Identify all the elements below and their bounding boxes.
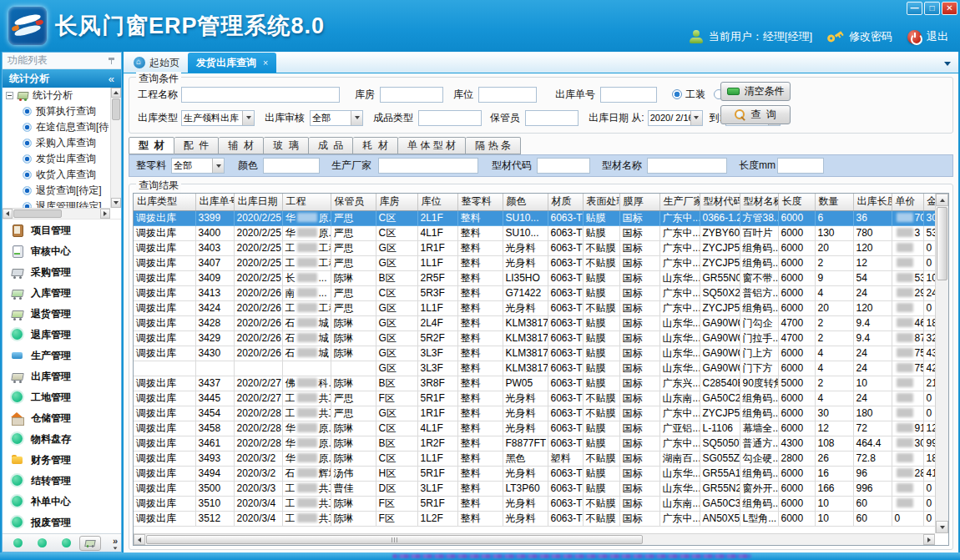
length-input[interactable] [777,158,824,174]
column-header[interactable]: 型材代码 [700,194,740,210]
table-row[interactable]: 调拨出库34372020/2/27佛科...陈琳B区3R8F整料PW056063… [134,376,946,391]
column-header[interactable]: 库位 [417,194,457,210]
date-from-select[interactable]: 2020/ 2/16 [648,110,703,126]
column-header[interactable]: 数量 [815,194,853,210]
material-tab[interactable]: 耗 材 [353,137,398,154]
location-input[interactable] [478,87,537,103]
order-no-input[interactable] [600,87,657,103]
profile-name-input[interactable] [647,158,727,174]
sidebar-item-项目管理[interactable]: 项目管理 [11,220,121,240]
product-type-input[interactable] [418,110,482,126]
column-header[interactable]: 工程 [282,194,331,210]
overflow-button[interactable]: » [113,537,118,550]
column-header[interactable]: 单价 [892,194,923,210]
table-row[interactable]: 调拨出库34942020/3/2石辉城汤伟H区5R1F整料光身料6063-T5贴… [134,466,946,481]
collapse-icon[interactable]: « [109,73,114,85]
tab-close-icon[interactable]: × [263,58,268,68]
column-header[interactable]: 型材名称 [740,194,778,210]
minimize-button[interactable]: — [907,2,922,15]
table-row[interactable]: 调拨出库34452020/2/27工共工程严思F区5R1F整料光身料6063-T… [134,391,946,406]
sidebar-item-报废管理[interactable]: 报废管理 [11,512,121,532]
sidebar-item-生产管理[interactable]: 生产管理 [11,346,121,366]
table-row[interactable]: 调拨出库34932020/3/2华原...陈琳C区1L1F整料黑色塑料不贴膜国标… [134,451,946,466]
scroll-thumb[interactable] [937,207,947,280]
table-row[interactable]: 调拨出库34582020/2/28华原...陈琳C区4L1F整料光身料6063-… [134,421,946,436]
project-name-input[interactable] [181,87,340,103]
tree-root[interactable]: 统计分析 [3,88,121,103]
color-input[interactable] [263,158,320,174]
sidebar-item-退货管理[interactable]: 退货管理 [11,304,121,324]
table-row[interactable]: 调拨出库34612020/2/28华原...陈琳B区1R2F整料F8877FT6… [134,436,946,451]
sidebar-item-入库管理[interactable]: 入库管理 [11,283,121,303]
table-row[interactable]: G区3L3F整料KLM38176063-T5贴膜国标山东华...GA90WO9.… [134,361,946,376]
pin-icon[interactable] [109,57,116,65]
tree-item[interactable]: 预算执行查询 [3,103,121,119]
table-row[interactable]: 调拨出库34002020/2/25华原...严思C区4L1F整料SU10...6… [134,225,946,240]
column-header[interactable]: 生产厂家 [659,194,700,210]
sidebar-group-header[interactable]: 统计分析 « [3,69,121,88]
warehouse-input[interactable] [380,87,443,103]
table-row[interactable]: 调拨出库33992020/2/25华原...严思C区2L1F整料SU10...6… [134,210,946,225]
table-row[interactable]: 调拨出库34302020/2/26石城陈琳G区3L3F整料KLM38176063… [134,346,946,361]
tree-horizontal-scrollbar[interactable] [3,208,110,219]
tree-item[interactable]: 退货查询[待定] [3,183,121,199]
search-button[interactable]: 查 询 [720,105,791,124]
column-header[interactable]: 整零料 [457,194,503,210]
radio-gongzhuang[interactable]: 工装 [672,88,705,102]
table-row[interactable]: 调拨出库35102020/3/4工共工程陈琳F区5R1F整料光身料6063-T5… [134,496,946,511]
tree-item[interactable]: 发货出库查询 [3,151,121,167]
column-header[interactable]: 出库长度 [853,194,892,210]
scroll-up-icon[interactable] [936,194,948,206]
column-header[interactable]: 材质 [548,194,583,210]
logout-link[interactable]: 退出 [927,29,948,44]
tree-vertical-scrollbar[interactable] [110,88,121,208]
table-row[interactable]: 调拨出库34072020/2/25工工程严思G区1L1F整料光身料6063-T5… [134,255,946,270]
sidebar-item-物料盘存[interactable]: 物料盘存 [11,429,121,449]
scroll-left-icon[interactable] [134,534,145,545]
tabbar-dropdown-icon[interactable] [944,62,951,66]
material-tab[interactable]: 型 材 [129,137,174,154]
scroll-right-icon[interactable] [923,534,935,545]
sidebar-item-审核中心[interactable]: 审核中心 [11,241,121,261]
sidebar-item-财务管理[interactable]: 财务管理 [11,450,121,470]
table-row[interactable]: 调拨出库34542020/2/28工共工程严思G区1R1F整料光身料6063-T… [134,406,946,421]
keeper-input[interactable] [525,110,579,126]
tab-home[interactable]: 起始页 [125,53,188,73]
green-dot-icon[interactable] [38,538,47,547]
scroll-down-icon[interactable] [111,198,121,208]
material-tab[interactable]: 配 件 [174,137,220,154]
scroll-thumb[interactable] [13,209,62,218]
table-row[interactable]: 调拨出库34292020/2/26石城陈琳G区5R2F整料KLM38176063… [134,330,946,346]
sidebar-item-结转管理[interactable]: 结转管理 [11,471,121,491]
manufacturer-input[interactable] [378,158,478,174]
sidebar-item-退库管理[interactable]: 退库管理 [11,325,121,345]
tree-item[interactable]: 在途信息查询[待 [3,119,121,135]
sidebar-item-补单中心[interactable]: 补单中心 [11,492,121,512]
tree-item[interactable]: 收货入库查询 [3,167,121,183]
table-row[interactable]: 调拨出库34132020/2/26南...严思C区5R3F整料G71422606… [134,285,946,300]
scroll-left-icon[interactable] [3,209,13,219]
table-row[interactable]: 调拨出库34032020/2/25工工程严思G区1R1F整料光身料6063-T5… [134,240,946,255]
column-header[interactable]: 表面处理 [583,194,619,210]
tree-item[interactable]: 采购入库查询 [3,135,121,151]
grid-horizontal-scrollbar[interactable] [134,533,935,545]
column-header[interactable]: 保管员 [331,194,376,210]
column-header[interactable]: 出库类型 [134,194,195,210]
scroll-thumb[interactable] [112,98,120,120]
close-button[interactable]: ✕ [942,2,957,15]
table-row[interactable]: 调拨出库34092020/2/25长...陈琳B区2R5F整料LI35HO606… [134,270,946,285]
tree-expander-icon[interactable] [6,92,13,99]
column-header[interactable]: 库房 [376,194,417,210]
column-header[interactable]: 出库单号 [195,194,234,210]
grid-vertical-scrollbar[interactable] [935,194,948,533]
cart-button[interactable] [79,536,101,551]
table-row[interactable]: 调拨出库34282020/2/26石城陈琳G区2L4F整料KLM38176063… [134,315,946,330]
material-tab[interactable]: 辅 材 [219,137,264,154]
sidebar-item-仓储管理[interactable]: 仓储管理 [11,408,121,428]
column-header[interactable]: 颜色 [503,194,548,210]
maximize-button[interactable]: □ [924,2,940,15]
part-select[interactable]: 全部 [171,158,225,174]
sidebar-item-工地管理[interactable]: 工地管理 [11,387,121,407]
scroll-down-icon[interactable] [936,521,948,533]
clear-conditions-button[interactable]: 清空条件 [720,82,791,101]
